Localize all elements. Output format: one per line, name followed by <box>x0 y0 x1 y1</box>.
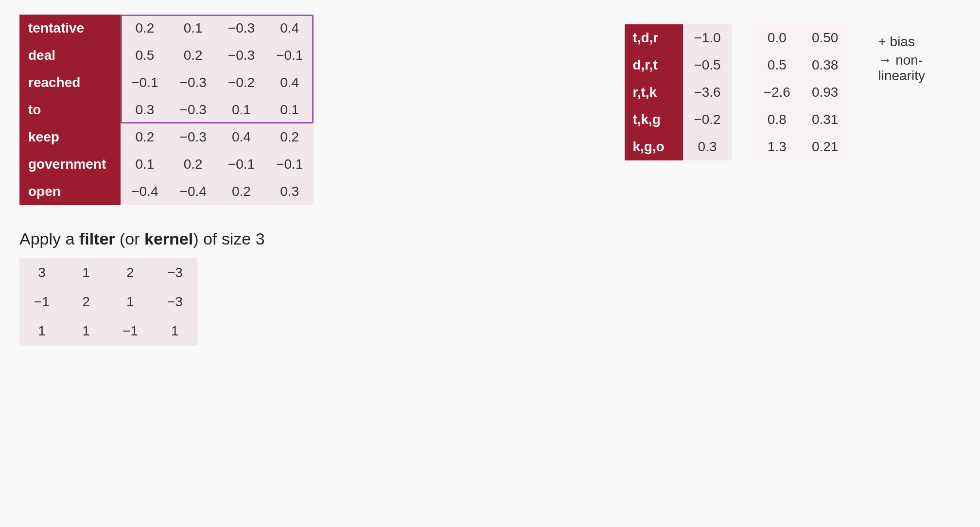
col-spacer <box>732 52 753 79</box>
output-val-c: 0.31 <box>801 106 849 133</box>
word-table-row: to0.3−0.30.10.1 <box>19 96 314 123</box>
word-value-cell: −0.4 <box>169 178 217 205</box>
output-val-c: 0.21 <box>801 133 849 160</box>
word-value-cell: −0.1 <box>265 151 314 178</box>
word-value-cell: −0.4 <box>121 178 169 205</box>
kernel-keyword: kernel <box>144 229 193 248</box>
ngram-label: k,g,o <box>625 133 683 160</box>
output-val-b: 0.8 <box>753 106 801 133</box>
filter-keyword: filter <box>79 229 115 248</box>
word-label: keep <box>19 123 121 151</box>
output-table-row: r,t,k−3.6−2.60.93 <box>625 79 849 106</box>
word-value-cell: 0.5 <box>121 42 169 69</box>
output-val-a: −0.5 <box>683 52 731 79</box>
filter-cell: −1 <box>19 287 64 316</box>
filter-cell: 2 <box>108 258 153 287</box>
ngram-label: t,k,g <box>625 106 683 133</box>
word-value-cell: 0.2 <box>265 123 314 151</box>
col-spacer <box>732 79 753 106</box>
word-label: to <box>19 96 121 123</box>
filter-kernel-table: 312−3−121−311−11 <box>19 258 197 346</box>
word-table-row: tentative0.20.1−0.30.4 <box>19 15 314 42</box>
output-val-c: 0.93 <box>801 79 849 106</box>
output-val-b: 0.5 <box>753 52 801 79</box>
output-table-row: d,r,t−0.50.50.38 <box>625 52 849 79</box>
word-value-cell: 0.1 <box>169 15 217 42</box>
output-val-a: 0.3 <box>683 133 731 160</box>
col-spacer <box>732 133 753 160</box>
word-value-cell: −0.3 <box>169 69 217 96</box>
word-label: tentative <box>19 15 121 42</box>
word-value-cell: −0.3 <box>217 42 265 69</box>
output-val-a: −1.0 <box>683 24 731 52</box>
filter-section: Apply a filter (or kernel) of size 3 312… <box>19 229 314 346</box>
word-value-cell: 0.3 <box>265 178 314 205</box>
word-value-cell: 0.2 <box>121 123 169 151</box>
filter-cell: −3 <box>153 258 197 287</box>
word-value-cell: −0.3 <box>169 123 217 151</box>
word-value-cell: −0.1 <box>217 151 265 178</box>
filter-row: 11−11 <box>19 316 197 346</box>
output-table-row: t,d,r−1.00.00.50 <box>625 24 849 52</box>
word-embedding-table: tentative0.20.1−0.30.4deal0.50.2−0.3−0.1… <box>19 15 314 205</box>
filter-cell: 2 <box>64 287 108 316</box>
output-val-b: 1.3 <box>753 133 801 160</box>
filter-row: −121−3 <box>19 287 197 316</box>
output-val-b: −2.6 <box>753 79 801 106</box>
filter-title: Apply a filter (or kernel) of size 3 <box>19 229 314 248</box>
output-val-a: −0.2 <box>683 106 731 133</box>
filter-cell: 1 <box>64 258 108 287</box>
word-value-cell: −0.3 <box>217 15 265 42</box>
output-val-a: −3.6 <box>683 79 731 106</box>
filter-cell: 1 <box>19 316 64 346</box>
word-value-cell: 0.4 <box>265 15 314 42</box>
output-val-c: 0.50 <box>801 24 849 52</box>
word-value-cell: 0.3 <box>121 96 169 123</box>
col-spacer <box>732 106 753 133</box>
word-value-cell: 0.1 <box>217 96 265 123</box>
output-table-row: t,k,g−0.20.80.31 <box>625 106 849 133</box>
filter-cell: −3 <box>153 287 197 316</box>
bias-section: + bias → non-linearity <box>878 34 961 84</box>
nonlinearity-text: → non-linearity <box>878 53 961 84</box>
ngram-label: d,r,t <box>625 52 683 79</box>
word-value-cell: 0.2 <box>121 15 169 42</box>
word-value-cell: 0.2 <box>169 151 217 178</box>
output-val-c: 0.38 <box>801 52 849 79</box>
filter-cell: 3 <box>19 258 64 287</box>
output-table-row: k,g,o0.31.30.21 <box>625 133 849 160</box>
word-label: government <box>19 151 121 178</box>
output-val-b: 0.0 <box>753 24 801 52</box>
ngram-label: t,d,r <box>625 24 683 52</box>
filter-cell: 1 <box>108 287 153 316</box>
output-table: t,d,r−1.00.00.50d,r,t−0.50.50.38r,t,k−3.… <box>625 24 849 160</box>
word-table-row: deal0.50.2−0.3−0.1 <box>19 42 314 69</box>
word-value-cell: 0.1 <box>121 151 169 178</box>
col-spacer <box>732 24 753 52</box>
word-table-row: reached−0.1−0.3−0.20.4 <box>19 69 314 96</box>
word-value-cell: 0.4 <box>217 123 265 151</box>
filter-row: 312−3 <box>19 258 197 287</box>
bias-label: + bias <box>878 34 961 50</box>
word-label: deal <box>19 42 121 69</box>
word-value-cell: 0.1 <box>265 96 314 123</box>
right-table-area: t,d,r−1.00.00.50d,r,t−0.50.50.38r,t,k−3.… <box>625 24 961 160</box>
filter-cell: 1 <box>64 316 108 346</box>
filter-cell: 1 <box>153 316 197 346</box>
word-label: reached <box>19 69 121 96</box>
word-value-cell: −0.2 <box>217 69 265 96</box>
word-table-row: government0.10.2−0.1−0.1 <box>19 151 314 178</box>
nonlinearity-label: → non-linearity <box>878 53 961 84</box>
word-value-cell: −0.3 <box>169 96 217 123</box>
ngram-label: r,t,k <box>625 79 683 106</box>
filter-cell: −1 <box>108 316 153 346</box>
word-value-cell: −0.1 <box>265 42 314 69</box>
word-table-row: open−0.4−0.40.20.3 <box>19 178 314 205</box>
word-value-cell: 0.2 <box>169 42 217 69</box>
word-value-cell: 0.2 <box>217 178 265 205</box>
word-label: open <box>19 178 121 205</box>
word-table-row: keep0.2−0.30.40.2 <box>19 123 314 151</box>
word-value-cell: 0.4 <box>265 69 314 96</box>
word-value-cell: −0.1 <box>121 69 169 96</box>
